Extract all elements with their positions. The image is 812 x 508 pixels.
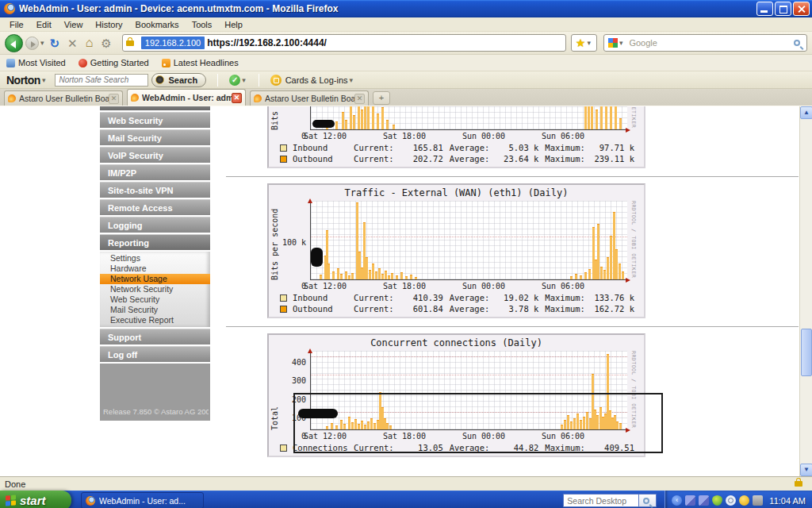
- scrollbar-thumb[interactable]: [801, 329, 812, 376]
- menu-help[interactable]: Help: [218, 18, 249, 31]
- web-search-box[interactable]: ▾ Google: [603, 34, 807, 52]
- sidebar-item-site-to-site-vpn[interactable]: Site-to-site VPN: [100, 182, 210, 198]
- firefox-icon: [86, 496, 95, 506]
- norton-logo[interactable]: Norton: [6, 74, 40, 87]
- new-tab-button[interactable]: +: [373, 91, 390, 105]
- sidebar-item-im-p2p[interactable]: IM/P2P: [100, 164, 210, 180]
- search-engine-dropdown-icon[interactable]: ▾: [619, 39, 623, 47]
- traffic-bar: [391, 273, 393, 279]
- norton-safety-check-icon[interactable]: ✓: [229, 75, 240, 86]
- norton-search-button[interactable]: Search: [151, 73, 206, 87]
- tab-close-icon[interactable]: ✕: [232, 93, 242, 103]
- desktop-search[interactable]: [563, 493, 657, 508]
- y-tick-label: 300: [292, 376, 306, 385]
- history-dropdown-icon[interactable]: ▾: [40, 39, 44, 47]
- menu-tools[interactable]: Tools: [186, 18, 219, 31]
- display-settings-icon[interactable]: [753, 495, 763, 506]
- menu-edit[interactable]: Edit: [30, 18, 58, 31]
- astaro-flame-icon: [8, 94, 16, 102]
- tab-astaro-bulletin-2[interactable]: Astaro User Bulletin Board ✕: [250, 90, 369, 106]
- desktop-search-icon[interactable]: [639, 494, 657, 507]
- traffic-bar: [340, 274, 343, 279]
- redaction-mark: [311, 248, 323, 267]
- submenu-executive-report[interactable]: Executive Report: [100, 315, 210, 325]
- sidebar-item-mail-security[interactable]: Mail Security: [100, 129, 210, 145]
- x-tick-label: Sat 12:00: [304, 282, 347, 291]
- restore-button[interactable]: [775, 2, 791, 16]
- menu-bookmarks[interactable]: Bookmarks: [129, 18, 186, 31]
- norton-safety-dropdown-icon[interactable]: ▾: [242, 76, 246, 84]
- submenu-hardware[interactable]: Hardware: [100, 264, 210, 274]
- submenu-network-usage-active[interactable]: Network Usage: [100, 274, 210, 284]
- legend-key-maximum: Maximum:: [545, 143, 590, 152]
- sidebar-item-logging[interactable]: Logging: [100, 217, 210, 233]
- legend-key-maximum: Maximum:: [545, 304, 590, 314]
- section-divider: [226, 326, 799, 327]
- sidebar-item-support[interactable]: Support: [100, 329, 210, 344]
- sidebar-item-log-off[interactable]: Log off: [100, 346, 210, 362]
- minimize-button[interactable]: [756, 2, 773, 16]
- bookmark-latest-headlines[interactable]: Latest Headlines: [162, 58, 239, 67]
- scroll-up-icon[interactable]: ▲: [800, 106, 812, 119]
- sidebar-item-reporting[interactable]: Reporting: [100, 234, 210, 250]
- close-button[interactable]: [793, 2, 810, 16]
- desktop-search-tray-icon[interactable]: [726, 495, 736, 506]
- sidebar-item-web-security[interactable]: Web Security: [100, 112, 210, 128]
- legend-value-current: 410.39: [399, 293, 442, 302]
- submenu-web-security[interactable]: Web Security: [100, 294, 210, 305]
- home-button[interactable]: ⌂: [86, 37, 94, 49]
- messenger-icon[interactable]: [739, 495, 749, 506]
- stop-button[interactable]: ✕: [67, 37, 78, 49]
- bookmark-getting-started[interactable]: Getting Started: [79, 58, 149, 67]
- submenu-settings[interactable]: Settings: [100, 253, 210, 264]
- traffic-bar: [575, 274, 577, 279]
- site-lock-icon: [126, 40, 134, 46]
- bookmark-most-visited[interactable]: Most Visited: [6, 58, 66, 67]
- submenu-network-security[interactable]: Network Security: [100, 284, 210, 294]
- toolbar-divider: [217, 74, 218, 87]
- address-bar[interactable]: 192.168.2.100 https://192.168.2.100:4444…: [122, 34, 566, 52]
- most-visited-icon: [6, 59, 15, 67]
- norton-dropdown-icon[interactable]: ▾: [42, 76, 46, 84]
- traffic-bar: [396, 275, 398, 279]
- sidebar-item-remote-access[interactable]: Remote Access: [100, 199, 210, 215]
- scroll-down-icon[interactable]: ▼: [800, 464, 812, 476]
- y-axis-label: Bits per second: [270, 106, 279, 130]
- security-shield-icon[interactable]: [712, 495, 722, 506]
- tab-close-icon[interactable]: ✕: [109, 94, 119, 104]
- network-icon[interactable]: [699, 495, 709, 506]
- submenu-mail-security[interactable]: Mail Security: [100, 305, 210, 315]
- graph-title: Traffic - External (WAN) (eth1) (Daily): [269, 187, 644, 198]
- bookmark-dropdown-icon[interactable]: ▾: [587, 39, 591, 47]
- tab-astaro-bulletin-1[interactable]: Astaro User Bulletin Board ✕: [4, 90, 123, 106]
- bookmark-star-box[interactable]: ★ ▾: [571, 34, 597, 52]
- traffic-bar: [580, 275, 582, 279]
- ssl-lock-icon[interactable]: [795, 481, 802, 487]
- back-button[interactable]: [5, 34, 23, 52]
- legend-value-average: 5.03 k: [495, 143, 538, 152]
- legend-series-label: Inbound: [293, 143, 354, 152]
- hide-icons-icon[interactable]: ‹: [672, 495, 682, 506]
- taskbar-item-webadmin[interactable]: WebAdmin - User: ad...: [81, 492, 204, 508]
- menu-file[interactable]: File: [3, 18, 30, 31]
- tab-webadmin-active[interactable]: WebAdmin - User: admin - Devic... ✕: [127, 89, 246, 106]
- network-icon[interactable]: [685, 495, 695, 506]
- forward-button[interactable]: [25, 37, 39, 50]
- norton-cards-button[interactable]: Cards & Log-ins ▾: [270, 75, 354, 86]
- refresh-button[interactable]: ↻: [50, 37, 60, 49]
- vertical-scrollbar[interactable]: ▲ ▼: [799, 106, 812, 476]
- bookmark-star-icon[interactable]: ★: [576, 37, 586, 49]
- search-icon[interactable]: [794, 40, 800, 46]
- legend-value-current: 601.84: [399, 304, 442, 314]
- getting-started-icon: [79, 59, 87, 67]
- start-button[interactable]: start: [0, 491, 71, 508]
- sidebar-item-voip-security[interactable]: VoIP Security: [100, 147, 210, 163]
- tab-close-icon[interactable]: ✕: [354, 94, 365, 104]
- menu-view[interactable]: View: [58, 18, 90, 31]
- graph-legend: InboundCurrent:165.81Average:5.03 kMaxim…: [280, 143, 641, 164]
- traffic-bar: [351, 273, 354, 279]
- norton-search-input[interactable]: [55, 74, 148, 87]
- desktop-search-input[interactable]: [563, 494, 639, 507]
- keys-icon[interactable]: ⚙: [101, 37, 111, 49]
- menu-history[interactable]: History: [89, 18, 128, 31]
